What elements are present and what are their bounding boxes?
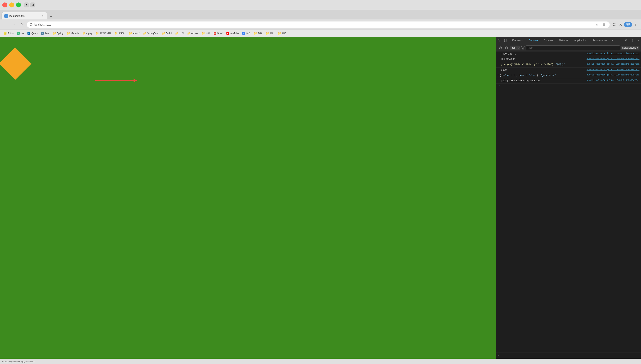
extensions-icon[interactable] [612, 22, 617, 27]
inspect-element-icon[interactable] [498, 38, 502, 43]
address-input[interactable]: localhost:3010 ☆ [27, 21, 610, 28]
console-context-select[interactable]: top [510, 46, 520, 50]
tab-close-button[interactable]: × [41, 14, 45, 18]
colon2: : [526, 74, 528, 77]
bookmark-label: jQuery [31, 32, 38, 35]
console-eye-button[interactable] [521, 46, 525, 50]
svg-point-21 [523, 48, 523, 48]
console-clear-button[interactable] [498, 45, 503, 50]
devtools-tab-console[interactable]: Console [526, 37, 541, 44]
bookmark-item-struts2[interactable]: 📁 struts2 [127, 31, 141, 36]
page-area[interactable] [0, 37, 496, 359]
bookmark-item-jiujuewenti[interactable]: 📁 解决的问题 [94, 31, 113, 36]
function-text: ƒ e(){n()(this,e),this.bgColor="#000"} [501, 63, 553, 66]
console-entry-source[interactable]: bundle.6b610c58.js76...10c58e52d48c33a72… [587, 52, 639, 54]
bookmark-item-vue[interactable]: V vue [16, 31, 26, 36]
console-entry-source[interactable]: bundle.6b610c58.js76...10c58e52d48c33a72… [587, 74, 639, 76]
colon: : [511, 74, 513, 77]
devtools-tab-network[interactable]: Network [556, 37, 571, 44]
bookmark-label: Java [45, 32, 49, 35]
bookmark-label: 工作 [179, 32, 184, 35]
console-entry-color: #000 bundle.6b610c58.js76...10c58e52d48c… [496, 68, 641, 73]
url-text: localhost:3010 [34, 23, 593, 26]
svg-rect-6 [613, 24, 614, 24]
console-entry-source[interactable]: bundle.6b610c58.js76...10c58e52d48c33a72… [587, 63, 639, 65]
profile-icon[interactable] [618, 22, 623, 27]
folder-icon: 📁 [82, 32, 86, 35]
forward-button[interactable]: → [11, 22, 17, 28]
new-tab-button[interactable]: + [48, 14, 54, 20]
bookmark-item-eclipse[interactable]: 📁 eclipse [186, 31, 200, 36]
bookmark-item-java[interactable]: J Java [40, 31, 51, 36]
bookmark-label: 资讯 [270, 32, 274, 35]
devtools-close-icon[interactable]: × [636, 38, 641, 43]
map-icon: M [242, 32, 245, 35]
bookmark-item-youtube[interactable]: ▶ YouTube [225, 31, 240, 36]
console-entry-source[interactable]: bundle.6b610c58.js76...10c58e52d48c33a72… [587, 58, 639, 60]
bookmark-item-fanyi[interactable]: 📁 翻译 [252, 31, 264, 36]
folder-icon: 📁 [143, 32, 146, 35]
bookmark-item-zhangzhishi[interactable]: 📁 涨知识 [113, 31, 127, 36]
bookmark-item-spring[interactable]: 📁 Spring [51, 31, 65, 36]
tab-bar: localhost:3010 × + [0, 10, 641, 20]
obj-key-value: value [502, 74, 509, 77]
bookmark-item-gongzuo[interactable]: 📁 工作 [174, 31, 185, 36]
svg-point-1 [30, 24, 32, 26]
tab-title: localhost:3010 [9, 14, 40, 17]
toolbar-icons: 更新 ⋮ [612, 22, 638, 27]
active-tab[interactable]: localhost:3010 × [2, 12, 47, 20]
bookmark-item-mybatis[interactable]: 📁 Mybatis [65, 31, 80, 36]
svg-line-19 [506, 47, 507, 48]
bookmark-item-zixun[interactable]: 📁 资讯 [264, 31, 276, 36]
tab-overview-button[interactable]: ⊞ [30, 2, 35, 8]
bookmark-item-gmail[interactable]: G Gmail [212, 31, 224, 36]
devtools-tab-elements[interactable]: Elements [509, 37, 526, 44]
folder-icon: 📁 [67, 32, 70, 35]
bookmark-item-jquery[interactable]: $ jQuery [26, 31, 39, 36]
title-bar-icons: ≡ ⊞ [24, 2, 35, 8]
console-entry-content: #000 [501, 68, 585, 72]
comma: , [516, 74, 519, 77]
log-level-button[interactable]: Default levels ▾ [621, 46, 639, 50]
console-input[interactable] [500, 354, 639, 357]
console-entry-source[interactable]: bundle.6b610c58.js76...10c58e52d48c33a72… [587, 68, 639, 71]
console-entry-arrow-func: 我是箭头函数 bundle.6b610c58.js76...10c58e52d4… [496, 57, 641, 62]
device-toggle-icon[interactable] [503, 38, 508, 43]
back-button[interactable]: ← [3, 22, 9, 28]
console-filter-ban-button[interactable] [504, 45, 509, 50]
bookmark-item-mysql[interactable]: 📁 mysql [81, 31, 94, 36]
devtools-tab-performance[interactable]: Performance [589, 37, 610, 44]
console-output[interactable]: TODO 123 ... bundle.6b610c58.js76...10c5… [496, 52, 641, 352]
reader-mode-icon[interactable] [601, 22, 607, 27]
arrow-line [95, 80, 134, 81]
bookmark-item-yuanshenjs[interactable]: JS 原生js [2, 31, 15, 36]
devtools-more-icon[interactable]: ⋮ [629, 38, 635, 43]
bookmark-star-icon[interactable]: ☆ [594, 22, 600, 27]
devtools-tab-sources[interactable]: Sources [541, 37, 556, 44]
console-entry-wds: [WDS] Live Reloading enabled. bundle.6b6… [496, 78, 641, 84]
update-button[interactable]: 更新 [624, 22, 632, 27]
expand-arrow-icon[interactable]: ▶ [498, 74, 499, 76]
bookmark-item-springboot[interactable]: 📁 SpringBoot [142, 31, 160, 36]
console-entry-prompt: › [496, 84, 641, 89]
bookmark-item-fruitj[interactable]: 📁 FruitJ [160, 31, 173, 36]
svg-rect-8 [613, 25, 614, 26]
console-entry-source[interactable]: bundle.6b610c58.js76...10c58e52d48c33a72… [587, 79, 639, 82]
bookmark-item-ditu[interactable]: M 地图 [241, 31, 252, 36]
window-close-button[interactable] [2, 2, 7, 8]
devtools-tab-more[interactable]: » [610, 39, 614, 42]
bookmark-item-ziyuan[interactable]: 📁 资源 [276, 31, 288, 36]
window-minimize-button[interactable] [9, 2, 14, 8]
devtools-tab-application[interactable]: Application [571, 37, 589, 44]
status-bar: https://blog.csdn.net/qq_39872662 [0, 359, 641, 364]
window-maximize-button[interactable] [16, 2, 21, 8]
console-filter-input[interactable] [526, 45, 620, 50]
reload-button[interactable]: ↻ [19, 22, 25, 28]
sidebar-toggle-button[interactable]: ≡ [24, 2, 29, 8]
devtools-settings-icon[interactable]: ⚙ [623, 38, 629, 43]
bookmark-item-shenghuo[interactable]: 📁 生活 [200, 31, 212, 36]
browser-window: ≡ ⊞ localhost:3010 × + ← → ↻ localhost:3… [0, 0, 641, 364]
bookmark-label: 解决的问题 [100, 32, 111, 35]
chrome-menu-icon[interactable]: ⋮ [633, 22, 638, 27]
bookmarks-bar: JS 原生js V vue $ jQuery J Java 📁 Spring 📁… [0, 30, 641, 37]
